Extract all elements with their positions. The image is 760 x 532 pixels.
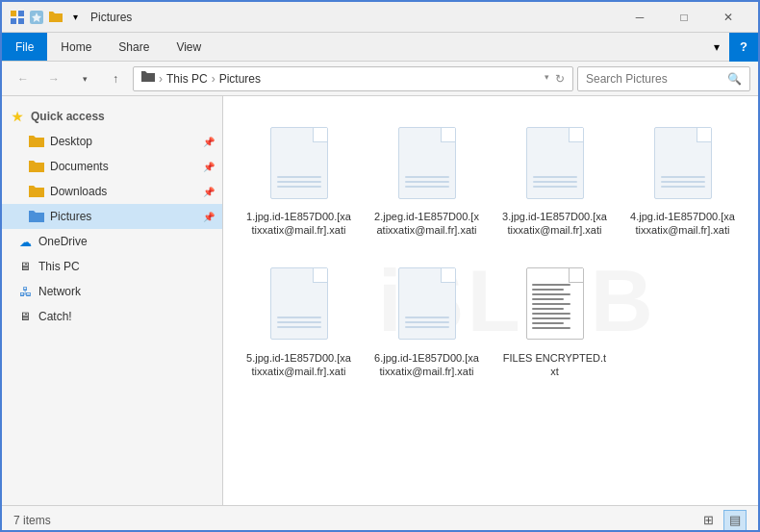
maximize-button[interactable]: □ [662, 2, 706, 33]
quick-access-icon[interactable] [29, 10, 44, 25]
sidebar-label-pictures: Pictures [50, 210, 91, 223]
svg-rect-0 [11, 11, 16, 16]
file-icon-container-6 [389, 261, 466, 347]
file-grid: 1.jpg.id-1E857D00.[xatixxatix@mail.fr].x… [223, 96, 758, 401]
doc-line [405, 317, 449, 318]
sidebar-item-thispc[interactable]: 🖥 This PC [2, 254, 222, 279]
address-refresh-icon[interactable]: ↻ [555, 72, 565, 86]
menu-chevron[interactable]: ▾ [704, 40, 729, 54]
folder-icon [48, 10, 63, 25]
folder-icon-downloads [29, 184, 44, 199]
file-item-5[interactable]: 5.jpg.id-1E857D00.[xatixxatix@mail.fr].x… [239, 253, 359, 387]
svg-rect-1 [18, 11, 24, 16]
search-box[interactable]: 🔍 [577, 66, 750, 91]
crumb-sep-1: › [159, 72, 163, 86]
file-icon-container-3 [517, 119, 594, 206]
main-content: ★ Quick access Desktop 📌 Documents 📌 [2, 96, 758, 505]
doc-line [661, 176, 705, 178]
window-controls: ─ □ ✕ [618, 2, 750, 33]
file-name-3: 3.jpg.id-1E857D00.[xatixxatix@mail.fr].x… [502, 210, 608, 238]
address-dropdown-icon[interactable]: ▾ [545, 72, 549, 86]
dropdown-icon[interactable]: ▾ [67, 10, 83, 25]
breadcrumb: › This PC › Pictures [141, 71, 261, 86]
pin-icon-desktop: 📌 [203, 137, 215, 147]
sidebar-item-quick-access[interactable]: ★ Quick access [2, 104, 222, 129]
folder-icon-pictures [29, 209, 44, 224]
doc-line [277, 321, 321, 323]
view-icons-button[interactable]: ⊞ [697, 510, 720, 531]
menu-tab-share[interactable]: Share [105, 33, 163, 61]
doc-lines-4 [661, 176, 705, 190]
doc-line [405, 186, 449, 188]
txt-line [532, 289, 565, 291]
sidebar-item-documents[interactable]: Documents 📌 [2, 154, 222, 179]
sidebar-label-catch: Catch! [38, 310, 72, 323]
title-bar-icons: ▾ [10, 10, 83, 25]
doc-icon-3 [526, 127, 584, 199]
file-icon-container-7 [517, 261, 594, 347]
doc-line [405, 321, 449, 323]
txt-line [532, 327, 571, 329]
sidebar-item-network[interactable]: 🖧 Network [2, 279, 222, 304]
back-button[interactable]: ← [10, 65, 37, 92]
file-item-7[interactable]: FILES ENCRYPTED.txt [494, 253, 615, 387]
doc-line [533, 176, 577, 178]
menu-tab-view[interactable]: View [163, 33, 215, 61]
doc-icon-6 [398, 267, 456, 340]
doc-icon-4 [654, 127, 712, 199]
item-count: 7 items [13, 514, 51, 527]
close-button[interactable]: ✕ [706, 2, 750, 33]
crumb-sep-2: › [212, 72, 215, 86]
onedrive-icon: ☁ [17, 234, 33, 249]
star-icon: ★ [10, 109, 25, 124]
view-details-button[interactable]: ▤ [723, 510, 747, 531]
txt-line [532, 284, 571, 286]
doc-icon-5 [270, 267, 328, 340]
doc-line [277, 317, 321, 318]
pin-icon-documents: 📌 [203, 162, 215, 172]
file-icon-container-2 [389, 119, 466, 206]
file-item-1[interactable]: 1.jpg.id-1E857D00.[xatixxatix@mail.fr].x… [239, 112, 359, 245]
doc-line [277, 186, 321, 188]
search-input[interactable] [586, 72, 723, 86]
sidebar-label-network: Network [38, 285, 81, 298]
window-title: Pictures [90, 11, 618, 24]
doc-line [405, 176, 449, 178]
address-bar[interactable]: › This PC › Pictures ▾ ↻ [133, 66, 573, 91]
title-bar: ▾ Pictures ─ □ ✕ [2, 2, 758, 33]
folder-icon-documents [29, 159, 44, 174]
svg-rect-2 [11, 18, 16, 24]
minimize-button[interactable]: ─ [618, 2, 662, 33]
doc-line [661, 186, 705, 188]
txt-line [532, 298, 565, 300]
file-item-3[interactable]: 3.jpg.id-1E857D00.[xatixxatix@mail.fr].x… [494, 112, 615, 245]
file-item-6[interactable]: 6.jpg.id-1E857D00.[xatixxatix@mail.fr].x… [367, 253, 487, 387]
menu-tab-file[interactable]: File [2, 33, 47, 61]
nav-dropdown-button[interactable]: ▾ [71, 65, 98, 92]
file-icon-container-1 [261, 119, 338, 206]
sidebar-item-onedrive[interactable]: ☁ OneDrive [2, 229, 222, 254]
doc-lines-2 [405, 176, 449, 190]
help-button[interactable]: ? [729, 33, 758, 62]
doc-lines-1 [277, 176, 321, 190]
sidebar-item-pictures[interactable]: Pictures 📌 [2, 204, 222, 229]
sidebar-item-desktop[interactable]: Desktop 📌 [2, 129, 222, 154]
doc-line [533, 181, 577, 183]
crumb-pictures[interactable]: Pictures [219, 72, 261, 86]
txt-line [532, 293, 571, 295]
view-controls: ⊞ ▤ [697, 510, 747, 531]
pin-icon-pictures: 📌 [203, 212, 215, 222]
forward-button[interactable]: → [40, 65, 67, 92]
file-item-2[interactable]: 2.jpeg.id-1E857D00.[xatixxatix@mail.fr].… [367, 112, 487, 245]
doc-icon-1 [270, 127, 328, 199]
menu-tab-home[interactable]: Home [47, 33, 105, 61]
sidebar-item-catch[interactable]: 🖥 Catch! [2, 304, 222, 329]
sidebar-item-downloads[interactable]: Downloads 📌 [2, 179, 222, 204]
app-icon [10, 10, 25, 25]
crumb-thispc[interactable]: This PC [166, 72, 208, 86]
up-button[interactable]: ↑ [102, 65, 129, 92]
txt-lines-7 [532, 284, 578, 332]
sidebar-label-onedrive: OneDrive [38, 235, 88, 248]
doc-line [405, 326, 449, 328]
file-item-4[interactable]: 4.jpg.id-1E857D00.[xatixxatix@mail.fr].x… [622, 112, 743, 245]
